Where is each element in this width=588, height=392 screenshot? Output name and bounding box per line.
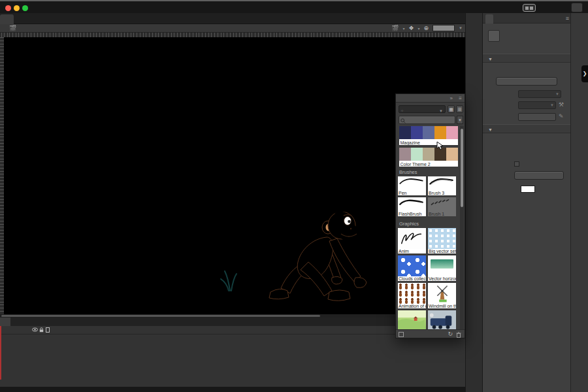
library-item-graphic[interactable]: Blue Train / Old... (428, 310, 456, 331)
stage-color-swatch[interactable] (521, 186, 535, 193)
library-item-brush[interactable]: FlashBrush (398, 197, 426, 216)
select-items-icon[interactable] (399, 332, 404, 337)
edit-scene-icon[interactable]: 🎬 (391, 25, 399, 31)
tab-properties[interactable] (485, 14, 493, 24)
target-select[interactable]: ▼ (518, 90, 561, 98)
color-swatch[interactable] (446, 126, 458, 139)
triangle-down-icon: ▼ (488, 127, 493, 132)
class-input[interactable] (518, 113, 556, 121)
panel-menu-icon[interactable]: ≡ (566, 15, 569, 22)
cc-panel-header[interactable]: » ≡ (396, 94, 465, 103)
document-tab[interactable] (0, 14, 14, 24)
color-swatch[interactable] (411, 126, 423, 139)
stage-zoom-input[interactable] (433, 25, 455, 31)
scrollbar-handle[interactable] (461, 129, 463, 207)
zoom-dropdown-icon[interactable]: ▼ (459, 26, 463, 30)
panel-menu-icon[interactable]: ≡ (459, 94, 462, 103)
mouse-cursor (436, 141, 444, 150)
library-item-label: Pen (398, 191, 426, 195)
cc-panel-content: MagazineColor Theme 2BrushesPenBrush 3Fl… (396, 126, 461, 331)
triangle-down-icon: ▼ (488, 57, 493, 61)
script-select[interactable]: ▼ (518, 101, 556, 109)
library-icon: ⁘ (400, 107, 404, 112)
library-item-brush[interactable]: Pen (398, 176, 426, 195)
wrench-icon[interactable]: ⚒ (559, 101, 564, 108)
show-hide-all-icon[interactable] (32, 327, 38, 333)
chevron-down-icon: ▼ (439, 108, 443, 115)
brush-preview (398, 197, 426, 212)
search-icon (400, 118, 406, 123)
panel-expand-notch[interactable]: ❯ (581, 65, 588, 82)
pencil-edit-icon[interactable]: ✎ (559, 113, 564, 120)
document-type-icon (488, 30, 500, 42)
vertical-ruler (0, 37, 4, 314)
library-item-graphic[interactable]: Windmill on the... (428, 283, 456, 308)
timeline-status-strip (0, 387, 465, 392)
list-view-button[interactable]: ☰ (456, 105, 463, 113)
library-item-color-theme[interactable]: Color Theme 2 (399, 148, 458, 167)
edit-bar: 🎬 🎬▾ ❖▾ ⊕ ▼ (0, 24, 465, 33)
library-item-brush[interactable]: Brush 3 (428, 176, 456, 195)
library-item-graphic[interactable]: Clouds collectio... (398, 255, 426, 281)
scrollbar-handle[interactable] (1, 315, 320, 317)
tab-timeline[interactable] (0, 318, 10, 326)
publish-section-header[interactable]: ▼ (483, 54, 571, 63)
selection-patch (0, 308, 27, 314)
properties-section-header[interactable]: ▼ (483, 124, 571, 133)
library-item-graphic[interactable]: Anim (398, 228, 426, 253)
workspace-switcher-icon[interactable] (523, 4, 536, 12)
color-swatch[interactable] (446, 148, 458, 161)
sync-icon[interactable]: ↻ (448, 330, 453, 338)
library-item-graphic[interactable]: Big vector set of... (428, 228, 456, 253)
library-item-label: Windmill on the... (428, 304, 456, 308)
graphics-section-header: Graphics (399, 221, 461, 227)
library-item-label: FlashBrush (398, 212, 426, 216)
outline-all-icon[interactable] (46, 327, 50, 334)
cc-panel-footer: ↻ (396, 329, 465, 338)
library-item-brush[interactable]: Brush 1 (428, 197, 456, 216)
cc-libraries-panel: » ≡ ⁘ ▼ ▦ ☰ ▼ MagazineColor Theme 2Brush… (395, 93, 465, 338)
brush-preview (398, 176, 426, 191)
library-item-graphic[interactable]: Animation of go... (398, 283, 426, 308)
playhead[interactable] (0, 326, 1, 380)
lock-all-icon[interactable] (39, 327, 44, 334)
color-swatch[interactable] (399, 126, 411, 139)
trash-icon[interactable] (456, 332, 461, 338)
library-item-graphic[interactable]: Village Landsca... (398, 310, 426, 331)
color-swatch[interactable] (423, 126, 434, 139)
library-select[interactable]: ⁘ ▼ (399, 105, 446, 113)
zoom-window-button[interactable] (22, 5, 28, 11)
color-swatch[interactable] (434, 126, 446, 139)
library-item-color-theme[interactable]: Magazine (399, 126, 458, 145)
menu-bar (0, 0, 588, 13)
brush-preview (428, 197, 456, 212)
edit-symbols-icon[interactable]: ❖ (408, 25, 414, 31)
library-item-label: Clouds collectio... (398, 276, 426, 281)
library-item-label: Vector horizont... (428, 276, 456, 281)
close-window-button[interactable] (5, 5, 11, 11)
properties-tab-bar: ≡ (483, 13, 571, 24)
panel-dock-strip (465, 13, 482, 392)
workspace-button[interactable] (571, 3, 583, 12)
color-swatch[interactable] (423, 148, 434, 161)
tab-output[interactable] (34, 318, 44, 326)
horizontal-ruler (0, 33, 465, 37)
search-input[interactable] (399, 116, 455, 124)
search-scope-dropdown[interactable]: ▼ (457, 116, 463, 124)
minimize-window-button[interactable] (14, 5, 20, 11)
collapse-panel-icon[interactable]: » (450, 94, 453, 103)
grid-view-button[interactable]: ▦ (448, 105, 455, 113)
cc-panel-scrollbar[interactable] (460, 126, 464, 331)
library-item-label: Animation of go... (398, 304, 426, 308)
center-frame-icon[interactable]: ⊕ (424, 25, 429, 31)
scale-content-checkbox[interactable] (514, 161, 519, 167)
color-swatch[interactable] (411, 148, 423, 161)
library-item-graphic[interactable]: Vector horizont... (428, 255, 456, 281)
library-item-label: Big vector set of... (428, 249, 456, 253)
publish-settings-button[interactable] (496, 77, 557, 86)
library-item-label: Brush 1 (428, 212, 456, 216)
library-item-label: Anim (398, 249, 426, 253)
color-swatch[interactable] (399, 148, 411, 161)
library-item-label: Color Theme 2 (400, 162, 431, 167)
advanced-settings-button[interactable] (514, 171, 564, 180)
